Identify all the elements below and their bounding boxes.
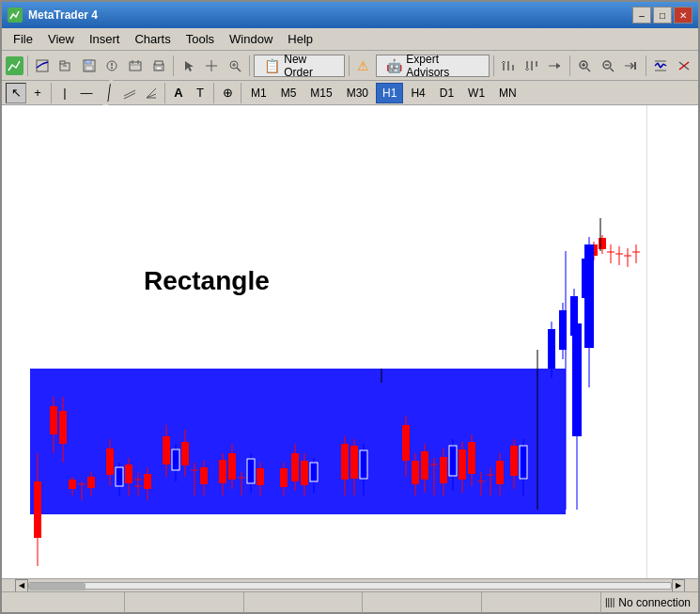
menu-insert[interactable]: Insert	[82, 30, 128, 48]
svg-line-47	[663, 64, 666, 66]
status-bar: |||| No connection	[2, 591, 698, 612]
scroll-thumb[interactable]	[29, 583, 86, 590]
new-order-button[interactable]: 📋 New Order	[254, 55, 344, 77]
app-icon	[8, 8, 23, 23]
trend-line-tool[interactable]: ╱	[94, 78, 122, 106]
svg-line-38	[610, 68, 614, 71]
svg-rect-69	[106, 449, 114, 475]
open-btn[interactable]	[55, 55, 77, 77]
tf-d1[interactable]: D1	[433, 83, 460, 103]
minimize-button[interactable]: –	[632, 7, 651, 24]
cursor-btn[interactable]	[178, 55, 199, 77]
svg-rect-102	[291, 453, 299, 481]
svg-rect-137	[510, 446, 518, 476]
svg-rect-104	[301, 461, 308, 485]
new-chart-btn[interactable]	[32, 55, 54, 77]
separator-7	[646, 55, 646, 76]
svg-rect-61	[59, 411, 67, 444]
new-order-icon: 📋	[264, 58, 280, 73]
print-btn[interactable]	[148, 55, 169, 77]
status-seg-2	[125, 592, 244, 613]
sep-d3	[213, 83, 214, 103]
svg-line-2	[42, 62, 48, 64]
zoom-in-chart-btn[interactable]	[574, 55, 596, 77]
zoom-out-chart-btn[interactable]	[597, 55, 618, 77]
save-btn[interactable]	[78, 55, 100, 77]
text-tool[interactable]: A	[168, 83, 189, 103]
svg-rect-119	[421, 451, 428, 480]
sort-asc-btn[interactable]	[497, 55, 519, 77]
horizontal-scrollbar[interactable]: ◀ ▶	[2, 578, 698, 591]
vertical-line-tool[interactable]: |	[54, 83, 75, 103]
svg-rect-67	[87, 477, 95, 488]
status-seg-1	[6, 592, 125, 613]
price-axis	[646, 105, 698, 578]
svg-rect-100	[280, 468, 288, 487]
tf-h1[interactable]: H1	[376, 83, 403, 103]
svg-line-45	[658, 63, 661, 68]
crosshair-btn[interactable]	[201, 55, 223, 77]
text-label-tool[interactable]: T	[190, 83, 210, 103]
horizontal-line-tool[interactable]: —	[76, 83, 97, 103]
tf-h4[interactable]: H4	[404, 83, 431, 103]
svg-rect-125	[449, 446, 457, 476]
tf-mn[interactable]: MN	[492, 83, 523, 103]
tf-w1[interactable]: W1	[461, 83, 491, 103]
history-btn[interactable]	[125, 55, 147, 77]
cursor-tool[interactable]: ↖	[6, 83, 26, 103]
drawing-toolbar: ↖ + | — ╱ A T ⊕ M1 M5 M15 M30 H1 H4 D1 W…	[2, 81, 698, 105]
indicators-btn[interactable]	[650, 55, 672, 77]
tf-m1[interactable]: M1	[244, 83, 273, 103]
svg-rect-73	[125, 464, 132, 483]
menu-window[interactable]: Window	[222, 30, 280, 48]
status-seg-3	[244, 592, 364, 613]
auto-scroll-btn[interactable]	[620, 55, 642, 77]
menu-file[interactable]: File	[6, 30, 40, 48]
chart-canvas: Rectangle	[2, 105, 646, 578]
chart-area[interactable]: Rectangle	[2, 105, 698, 578]
sep-d1	[51, 83, 52, 103]
svg-rect-142	[548, 329, 555, 369]
svg-marker-19	[185, 61, 194, 71]
menu-help[interactable]: Help	[280, 30, 320, 48]
tf-m15[interactable]: M15	[303, 83, 338, 103]
separator-2	[173, 55, 174, 76]
gann-tool[interactable]	[141, 83, 162, 103]
menu-tools[interactable]: Tools	[179, 30, 222, 48]
close-button[interactable]: ✕	[674, 7, 692, 24]
chart-shift-btn[interactable]	[544, 55, 566, 77]
connection-icon: ||||	[605, 597, 614, 607]
svg-rect-135	[496, 461, 504, 484]
svg-rect-165	[584, 244, 594, 348]
svg-line-50	[124, 90, 135, 96]
expert-advisors-button[interactable]: 🤖 Expert Advisors	[376, 55, 489, 77]
arrow-tool[interactable]: ⊕	[217, 83, 238, 103]
crosshair-tool[interactable]: +	[27, 83, 48, 103]
chart-main: Rectangle	[2, 105, 646, 578]
tf-m30[interactable]: M30	[340, 83, 375, 103]
tf-m5[interactable]: M5	[274, 83, 303, 103]
menu-view[interactable]: View	[40, 30, 82, 48]
alert-btn[interactable]: ⚠	[353, 55, 375, 77]
svg-rect-84	[181, 442, 189, 465]
svg-rect-106	[310, 463, 318, 481]
sep-d2	[164, 83, 165, 103]
zoom-in-btn[interactable]	[225, 55, 246, 77]
maximize-button[interactable]: □	[653, 7, 672, 24]
status-segments	[6, 592, 601, 613]
scroll-right-btn[interactable]: ▶	[672, 579, 685, 592]
sort-desc-btn[interactable]	[521, 55, 542, 77]
menu-charts[interactable]: Charts	[127, 30, 178, 48]
svg-rect-98	[257, 468, 264, 485]
properties-btn[interactable]	[101, 55, 123, 77]
svg-rect-63	[69, 480, 76, 489]
period-sep-btn[interactable]	[673, 55, 694, 77]
svg-rect-139	[520, 446, 527, 479]
svg-rect-8	[86, 66, 93, 71]
svg-rect-123	[440, 457, 447, 483]
channel-tool[interactable]	[119, 83, 140, 103]
title-bar: MetaTrader 4 – □ ✕	[2, 2, 698, 28]
svg-rect-17	[155, 61, 163, 65]
svg-rect-12	[130, 62, 141, 71]
scroll-left-btn[interactable]: ◀	[15, 579, 28, 592]
